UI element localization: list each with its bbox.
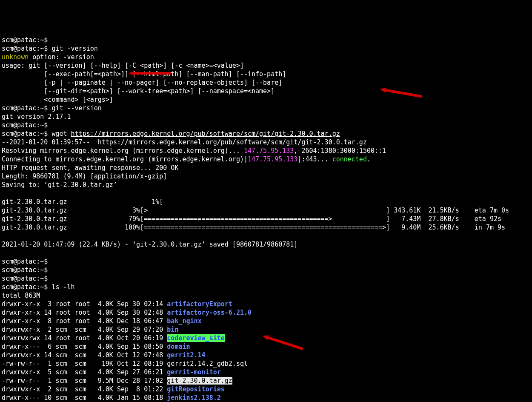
terminal-line: [--exec-path[=<path>]] [--html-path] [--… bbox=[2, 70, 530, 78]
terminal-line: -rw-rw-r-- 1 scm scm 19K Oct 12 08:19 ge… bbox=[2, 359, 530, 368]
terminal-line: drwxrwxr-x 2 scm scm 4.0K Sep 29 07:20 b… bbox=[2, 325, 530, 334]
terminal-line: git-2.30.0.tar.gz 3%[> ] 343.61K 21.5KB/… bbox=[2, 206, 530, 215]
ls-entry-name: gitRepositories bbox=[167, 385, 224, 393]
terminal-output: scm@patac:~$scm@patac:~$ git -versionunk… bbox=[2, 36, 530, 402]
ls-entry-name: git-2.30.0.tar.gz bbox=[167, 377, 232, 385]
ls-entry-name: gerrit2.14.2_gdb2.sql bbox=[167, 360, 248, 368]
terminal-line: [-p | --paginate | --no-pager] [--no-rep… bbox=[2, 78, 530, 87]
terminal-line: drwxr-xr-x 14 root root 4.0K Sep 30 02:4… bbox=[2, 308, 530, 317]
terminal-line: 2021-01-20 01:47:09 (22.4 KB/s) - ‘git-2… bbox=[2, 240, 530, 249]
terminal-line: drwxrwxr-x 2 scm scm 4.0K Sep 8 01:22 gi… bbox=[2, 385, 530, 393]
terminal-line: drwxrwxrwx 14 root root 4.0K Oct 20 06:1… bbox=[2, 334, 530, 342]
terminal-line: Resolving mirrors.edge.kernel.org (mirro… bbox=[2, 146, 530, 155]
terminal-line: Saving to: ‘git-2.30.0.tar.gz’ bbox=[2, 181, 530, 189]
terminal-line: <command> [<args>] bbox=[2, 95, 530, 104]
terminal-line: drwxr-x--- 10 scm scm 4.0K Jan 15 08:18 … bbox=[2, 393, 530, 402]
terminal-line: scm@patac:~$ bbox=[2, 121, 530, 129]
terminal-line: scm@patac:~$ bbox=[2, 274, 530, 283]
shell-prompt[interactable]: scm@patac:~$ bbox=[2, 121, 48, 129]
terminal-line: scm@patac:~$ git --version bbox=[2, 104, 530, 112]
ls-entry-name: artifactoryExport bbox=[167, 300, 232, 308]
terminal-line: HTTP request sent, awaiting response... … bbox=[2, 164, 530, 172]
ls-entry-name: jenkins2.138.2 bbox=[167, 394, 220, 402]
ls-entry-name: artifactory-oss-6.21.0 bbox=[167, 309, 252, 316]
terminal-line: git-2.30.0.tar.gz 79%[==================… bbox=[2, 215, 530, 223]
terminal-line: scm@patac:~$ wget https://mirrors.edge.k… bbox=[2, 129, 530, 138]
terminal-line: unknown option: -version bbox=[2, 53, 530, 61]
terminal-line: [--git-dir=<path>] [--work-tree=<path>] … bbox=[2, 87, 530, 95]
ls-entry-name: codereview_site bbox=[167, 334, 224, 342]
terminal-line: scm@patac:~$ git -version bbox=[2, 44, 530, 53]
terminal-line: scm@patac:~$ ls -lh bbox=[2, 283, 530, 291]
ls-entry-name: bin bbox=[167, 326, 178, 333]
terminal-line: drwxrwxr-x 5 scm scm 4.0K Sep 27 06:21 g… bbox=[2, 368, 530, 376]
terminal-line: drwxr-xr-x 3 root root 4.0K Sep 30 02:14… bbox=[2, 300, 530, 308]
shell-prompt[interactable]: scm@patac:~$ bbox=[2, 258, 48, 265]
terminal-line bbox=[2, 249, 530, 257]
terminal-line: Connecting to mirrors.edge.kernel.org (m… bbox=[2, 155, 530, 164]
terminal-line: usage: git [--version] [--help] [-C <pat… bbox=[2, 61, 530, 70]
ls-entry-name: gerrit2.14 bbox=[167, 351, 205, 359]
terminal-line bbox=[2, 189, 530, 198]
terminal-line: total 863M bbox=[2, 291, 530, 300]
terminal-line: git-2.30.0.tar.gz 100%[=================… bbox=[2, 223, 530, 232]
terminal-line bbox=[2, 232, 530, 240]
shell-prompt[interactable]: scm@patac:~$ bbox=[2, 130, 48, 138]
shell-prompt[interactable]: scm@patac:~$ bbox=[2, 275, 48, 282]
shell-prompt[interactable]: scm@patac:~$ bbox=[2, 283, 48, 291]
ls-entry-name: domain bbox=[167, 343, 190, 350]
terminal-line: drwxrwxr-x 14 scm scm 4.0K Oct 12 07:48 … bbox=[2, 351, 530, 359]
terminal-line: git-2.30.0.tar.gz 1%[ bbox=[2, 198, 530, 206]
terminal-line: -rw-rw-r-- 1 scm scm 9.5M Dec 28 17:02 g… bbox=[2, 376, 530, 385]
terminal-line: drwxr-xr-x 8 root root 4.0K Dec 18 06:47… bbox=[2, 317, 530, 325]
terminal-line: drwxr-x--- 6 scm scm 4.0K Sep 15 08:50 d… bbox=[2, 342, 530, 351]
ls-entry-name: gerrit-monitor bbox=[167, 368, 220, 376]
terminal-line: scm@patac:~$ bbox=[2, 36, 530, 44]
shell-prompt[interactable]: scm@patac:~$ bbox=[2, 104, 48, 112]
ls-entry-name: bak_nginx bbox=[167, 317, 201, 325]
terminal-line: scm@patac:~$ bbox=[2, 257, 530, 266]
shell-prompt[interactable]: scm@patac:~$ bbox=[2, 45, 48, 52]
terminal-line: --2021-01-20 01:39:57-- https://mirrors.… bbox=[2, 138, 530, 146]
shell-prompt[interactable]: scm@patac:~$ bbox=[2, 36, 48, 44]
terminal-line: scm@patac:~$ bbox=[2, 266, 530, 274]
terminal-line: git version 2.17.1 bbox=[2, 112, 530, 121]
terminal-line: Length: 9860781 (9.4M) [application/x-gz… bbox=[2, 172, 530, 181]
shell-prompt[interactable]: scm@patac:~$ bbox=[2, 266, 48, 274]
wget-url[interactable]: https://mirrors.edge.kernel.org/pub/soft… bbox=[71, 130, 340, 138]
